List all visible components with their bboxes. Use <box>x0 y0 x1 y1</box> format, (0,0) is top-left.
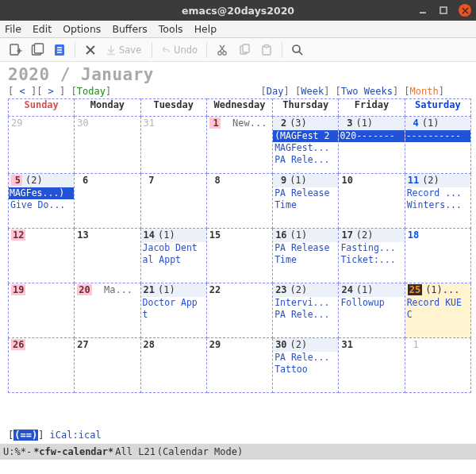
day-cell[interactable]: 11(2) Record ... Winters... <box>405 174 470 228</box>
day-cell[interactable]: 31 <box>339 338 404 392</box>
event[interactable]: PA Rele... <box>273 309 338 321</box>
menu-buffers[interactable]: Buffers <box>112 23 147 35</box>
day-cell[interactable]: 10 <box>339 174 404 228</box>
menu-options[interactable]: Options <box>63 23 101 35</box>
open-file-icon[interactable] <box>27 40 48 60</box>
menu-tools[interactable]: Tools <box>159 23 183 35</box>
event[interactable]: C <box>405 309 470 321</box>
day-cell[interactable]: 31 <box>141 117 206 173</box>
dired-icon[interactable] <box>49 40 70 60</box>
day-cell[interactable]: 30(2) PA Rele... Tattoo <box>273 338 338 392</box>
day-cell[interactable]: 3(1) 020------- <box>339 117 404 173</box>
day-cell[interactable]: 4(1) ---------- <box>405 117 470 173</box>
calendar-buffer[interactable]: 2020 / January [ < ][ > ] [Today] [Day] … <box>0 62 476 444</box>
event[interactable]: Tattoo <box>273 364 338 376</box>
undo-button[interactable]: Undo <box>157 40 202 60</box>
nav-today[interactable]: [Today] <box>71 86 112 97</box>
event[interactable]: PA Rele... <box>273 154 338 166</box>
search-icon[interactable] <box>287 40 308 60</box>
save-button[interactable]: Save <box>102 40 147 60</box>
day-cell[interactable]: 14(1) Jacob Dent al Appt <box>141 229 206 283</box>
day-number: 24 <box>341 284 352 295</box>
day-cell[interactable]: 1 <box>405 338 470 392</box>
event[interactable]: t <box>141 309 206 321</box>
day-cell[interactable]: 17(2) Fasting... Ticket:... <box>339 229 404 283</box>
event[interactable]: Doctor App <box>141 297 206 309</box>
day-number: 21 <box>144 284 155 295</box>
event[interactable]: Record KUE <box>405 297 470 309</box>
day-cell[interactable]: 13 <box>75 229 140 283</box>
event[interactable]: Time <box>273 254 338 266</box>
day-number: 23 <box>275 284 286 295</box>
calendar-grid: Sunday Monday Tuesday Wednesday Thursday… <box>8 98 471 393</box>
copy-icon[interactable] <box>234 40 255 60</box>
day-cell[interactable]: 16(1) PA Release Time <box>273 229 338 283</box>
day-cell[interactable]: 8 <box>207 174 272 228</box>
menu-help[interactable]: Help <box>194 23 217 35</box>
nav-week[interactable]: [Week] <box>295 86 329 97</box>
dow-sun: Sunday <box>9 99 75 117</box>
day-cell[interactable]: 23(2) Intervi... PA Rele... <box>273 283 338 337</box>
day-number: 2 <box>275 118 286 129</box>
day-cell[interactable]: 26 <box>9 338 74 392</box>
event[interactable]: PA Release <box>273 242 338 254</box>
day-cell[interactable]: 6 <box>75 174 140 228</box>
event[interactable]: Time <box>273 199 338 211</box>
day-cell[interactable]: 29 <box>207 338 272 392</box>
close-buffer-icon[interactable] <box>80 40 101 60</box>
menu-file[interactable]: File <box>5 23 21 35</box>
nav-prev[interactable]: [ < ] <box>8 86 36 97</box>
minibuffer[interactable] <box>0 460 476 474</box>
day-cell[interactable]: 9(1) PA Release Time <box>273 174 338 228</box>
nav-next[interactable]: [ > ] <box>36 86 65 97</box>
day-cell-today[interactable]: 25(1)... Record KUE C <box>405 283 470 337</box>
event[interactable]: PA Rele... <box>273 352 338 364</box>
event[interactable]: Jacob Dent <box>141 242 206 254</box>
event[interactable]: al Appt <box>141 254 206 266</box>
nav-day[interactable]: [Day] <box>261 86 290 97</box>
day-cell[interactable]: 24(1) Followup <box>339 283 404 337</box>
event[interactable]: Ticket:... <box>339 254 404 266</box>
window-maximize-icon[interactable] <box>438 5 449 16</box>
nav-month[interactable]: [Month] <box>404 86 444 97</box>
event[interactable]: MAGFest... <box>273 142 338 154</box>
day-cell[interactable]: 2(3) (MAGFest 2 MAGFest... PA Rele... <box>273 117 338 173</box>
nav-twoweeks[interactable]: [Two Weeks] <box>336 86 399 97</box>
cut-icon[interactable] <box>212 40 232 60</box>
day-cell[interactable]: 27 <box>75 338 140 392</box>
paste-icon[interactable] <box>256 40 277 60</box>
event[interactable]: 020------- <box>339 130 404 142</box>
day-cell[interactable]: 5(2) MAGFes...) Give Do... <box>9 174 74 228</box>
event[interactable]: PA Release <box>273 187 338 199</box>
event[interactable]: Record ... <box>405 187 470 199</box>
day-cell[interactable]: 20 Ma... <box>75 283 140 337</box>
event[interactable]: Give Do... <box>9 199 74 211</box>
day-cell[interactable]: 15 <box>207 229 272 283</box>
day-cell[interactable]: 29 <box>9 117 74 173</box>
day-cell[interactable]: 1 New... <box>207 117 272 173</box>
event[interactable]: Winters... <box>405 199 470 211</box>
day-cell[interactable]: 22 <box>207 283 272 337</box>
day-cell[interactable]: 28 <box>141 338 206 392</box>
modeline-left: U:%*- <box>3 446 32 457</box>
day-number: 20 <box>77 284 91 295</box>
window-minimize-icon[interactable] <box>417 5 428 16</box>
event[interactable]: MAGFes...) <box>9 187 74 199</box>
event[interactable]: Followup <box>339 297 404 309</box>
day-cell[interactable]: 12 <box>9 229 74 283</box>
new-file-icon[interactable] <box>5 40 25 60</box>
dow-mon: Monday <box>75 99 140 117</box>
day-number: 12 <box>11 229 25 241</box>
day-cell[interactable]: 21(1) Doctor App t <box>141 283 206 337</box>
menu-edit[interactable]: Edit <box>33 23 52 35</box>
window-close-icon[interactable] <box>459 4 471 17</box>
event[interactable]: ---------- <box>405 130 470 142</box>
event[interactable]: (MAGFest 2 <box>273 130 338 142</box>
event[interactable]: Intervi... <box>273 297 338 309</box>
day-cell[interactable]: 30 <box>75 117 140 173</box>
day-cell[interactable]: 18 <box>405 229 470 283</box>
day-cell[interactable]: 19 <box>9 283 74 337</box>
nav-row: [ < ][ > ] [Today] [Day] [Week] [Two Wee… <box>8 86 471 98</box>
day-cell[interactable]: 7 <box>141 174 206 228</box>
event[interactable]: Fasting... <box>339 242 404 254</box>
